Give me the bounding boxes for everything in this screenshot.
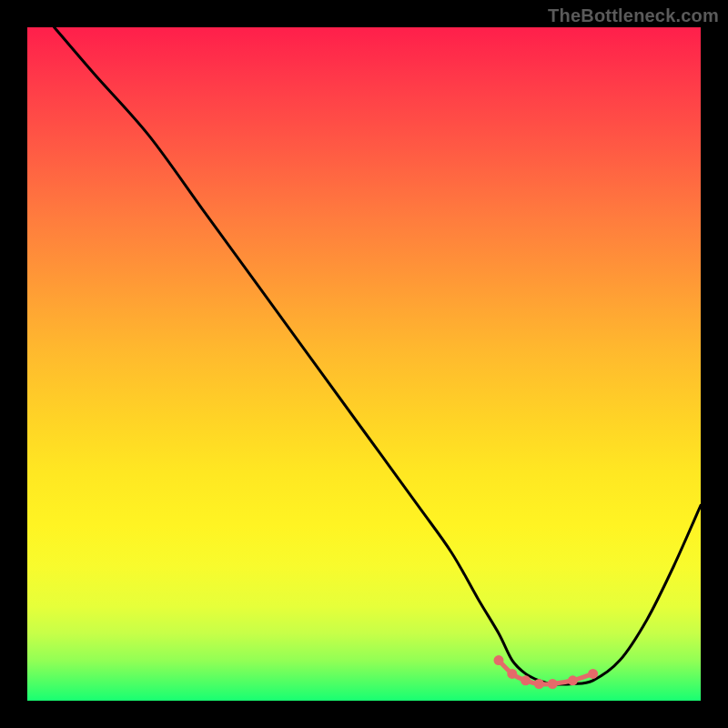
gradient-plot-area — [27, 27, 701, 701]
watermark-text: TheBottleneck.com — [548, 5, 719, 26]
chart-frame: TheBottleneck.com — [0, 0, 728, 728]
highlight-segment — [499, 661, 593, 684]
curve-layer — [27, 27, 701, 701]
bottleneck-curve — [55, 27, 701, 684]
